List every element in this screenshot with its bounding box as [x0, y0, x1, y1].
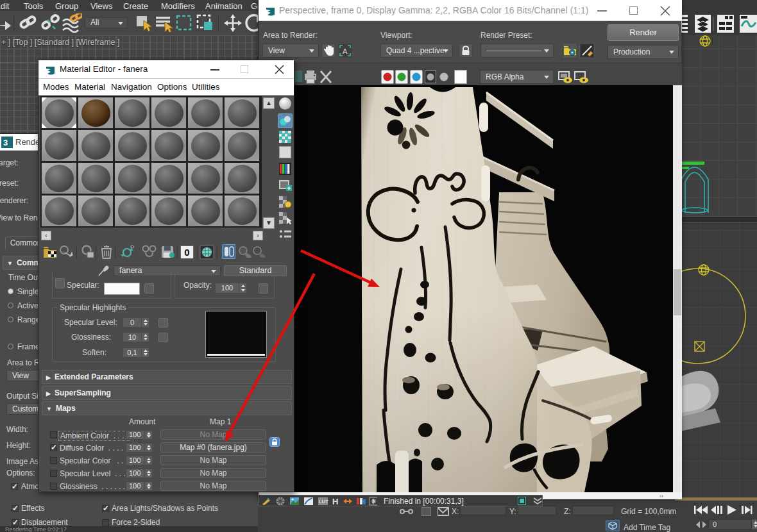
svg-text:LUT: LUT [319, 499, 328, 504]
svg-text:3: 3 [3, 138, 8, 147]
svg-text:A: A [343, 47, 348, 55]
svg-text:H: H [332, 497, 338, 506]
